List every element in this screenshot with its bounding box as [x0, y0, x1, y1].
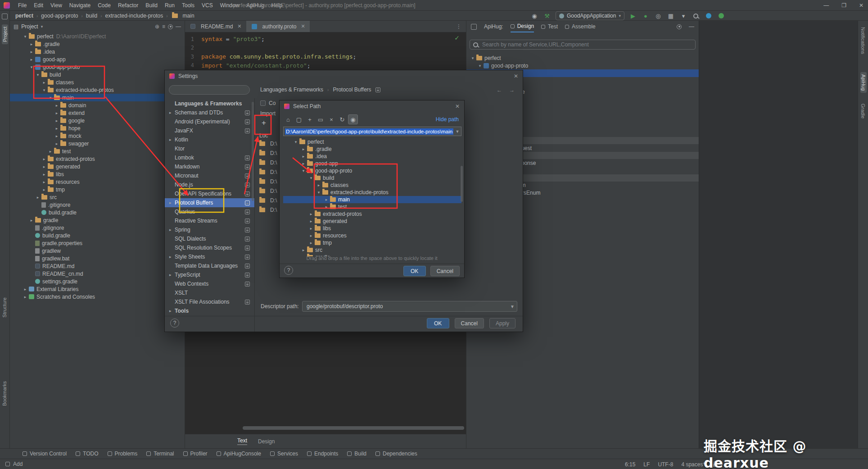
project-tree-item-classes[interactable]: ▸classes	[10, 78, 185, 86]
select-tree-scrollbar[interactable]	[461, 166, 463, 202]
tab-options-icon[interactable]: ⋮	[456, 23, 466, 30]
select-path-ok-button[interactable]: OK	[403, 266, 426, 276]
settings-item-sql-dialects[interactable]: SQL Dialects	[165, 234, 254, 243]
project-tree-item-perfect[interactable]: ▾perfectD:\Aaron\IDE\perfect	[10, 32, 185, 40]
menu-refactor[interactable]: Refactor	[114, 1, 142, 9]
select-tree-item-libs[interactable]: ▸libs	[283, 225, 461, 232]
project-tree-item-gradle[interactable]: ▸gradle	[10, 216, 185, 224]
close-icon[interactable]: ✕	[514, 73, 518, 79]
project-tree-item-resources[interactable]: ▸resources	[10, 178, 185, 186]
settings-item-openapi-specifications[interactable]: OpenAPI Specifications	[165, 189, 254, 198]
settings-item-schemas-and-dtds[interactable]: ▸Schemas and DTDs	[165, 108, 254, 117]
status-utf-8[interactable]: UTF-8	[658, 461, 673, 468]
tool-stripe-project[interactable]: Project	[2, 24, 8, 44]
settings-item-markdown[interactable]: Markdown	[165, 162, 254, 171]
project-tree-item-domain[interactable]: ▸domain	[10, 101, 185, 109]
settings-item-spring[interactable]: ▸Spring	[165, 225, 254, 234]
project-tree-item-gitignore[interactable]: .gitignore	[10, 201, 185, 209]
menu-build[interactable]: Build	[142, 1, 161, 9]
search-everywhere-icon[interactable]	[692, 12, 700, 20]
select-tree-item-perfect[interactable]: ▾perfect	[283, 138, 461, 146]
select-tree-item-resources[interactable]: ▸resources	[283, 232, 461, 239]
more-run-actions-icon[interactable]: ▾	[679, 12, 687, 20]
toolwindow-todo[interactable]: TODO	[71, 449, 103, 459]
help-button[interactable]: ?	[170, 319, 179, 328]
refresh-icon[interactable]: ↻	[337, 114, 347, 124]
breadcrumb-build[interactable]: build	[86, 13, 97, 19]
project-tree-item-readme-cn-md[interactable]: README_cn.md	[10, 270, 185, 278]
project-tree-item-google[interactable]: ▸google	[10, 117, 185, 124]
select-tree-item-main[interactable]: ▸main	[283, 196, 461, 203]
tool-stripe-structure[interactable]: Structure	[2, 297, 7, 318]
menu-run[interactable]: Run	[161, 1, 178, 9]
import-path-row[interactable]: D:\	[258, 177, 277, 186]
toolwindow-apihugconsole[interactable]: ApiHugConsole	[212, 449, 266, 459]
minimize-button[interactable]: —	[823, 2, 829, 9]
select-opened-file-icon[interactable]: ⊕	[155, 23, 159, 30]
checkbox-icon[interactable]	[260, 100, 266, 106]
settings-item-xslt[interactable]: XSLT	[165, 288, 254, 297]
tab-authority-proto[interactable]: authority.proto ✕	[246, 21, 310, 32]
project-stripe-icon[interactable]	[2, 14, 8, 19]
folder-icon[interactable]: ▭	[316, 114, 326, 124]
coverage-icon[interactable]: ◎	[654, 12, 662, 20]
project-tree-item-good-app[interactable]: ▸good-app	[10, 55, 185, 63]
tab-readme-md[interactable]: README.md ✕	[185, 21, 246, 32]
select-tree-item-generated[interactable]: ▸generated	[283, 218, 461, 225]
select-tree-item-build[interactable]: ▾build	[283, 174, 461, 182]
collapse-all-icon[interactable]: ≡	[162, 23, 165, 30]
horizontal-scrollbar[interactable]	[243, 426, 464, 430]
project-tree-item-src[interactable]: ▸src	[10, 193, 185, 201]
status-lf[interactable]: LF	[643, 461, 650, 468]
chevron-down-icon[interactable]: ▾	[41, 24, 43, 29]
project-tree-item-gradle-properties[interactable]: gradle.properties	[10, 239, 185, 247]
import-path-row[interactable]: D:\	[258, 158, 277, 167]
settings-item-xslt-file-associations[interactable]: XSLT File Associations	[165, 297, 254, 306]
settings-item-micronaut[interactable]: Micronaut	[165, 171, 254, 180]
settings-gear-icon[interactable]	[168, 24, 173, 29]
path-input[interactable]: D:\Aaron\IDE\perfect\good-app-proto\buil…	[283, 127, 461, 136]
toolwindow-dependencies[interactable]: Dependencies	[371, 449, 422, 459]
project-tree-item-swagger[interactable]: ▸swagger	[10, 140, 185, 147]
project-tree-item-settings-gradle[interactable]: settings.gradle	[10, 278, 185, 285]
home-icon[interactable]: ⌂	[283, 114, 293, 124]
close-button[interactable]: ✕	[859, 2, 863, 9]
run-configuration-select[interactable]: GoodAppApplication ▾	[556, 11, 624, 20]
project-tree-item-external-libraries[interactable]: ▸External Libraries	[10, 285, 185, 293]
import-path-row[interactable]: D:\	[258, 186, 277, 196]
descriptor-path-select[interactable]: google/protobuf/descriptor.proto ▼	[302, 301, 517, 312]
menu-edit[interactable]: Edit	[30, 1, 47, 9]
select-tree-item-good-app-proto[interactable]: ▾good-app-proto	[283, 167, 461, 174]
profiler-icon[interactable]: ▦	[667, 12, 675, 20]
project-tree-item-good-app-proto[interactable]: ▾good-app-proto	[10, 63, 185, 71]
settings-cancel-button[interactable]: Cancel	[455, 318, 484, 328]
apihug-tree-module[interactable]: ▾ good-app-proto	[466, 62, 699, 69]
toolwindow-services[interactable]: Services	[266, 449, 303, 459]
toolwindow-profiler[interactable]: Profiler	[179, 449, 212, 459]
desktop-icon[interactable]: ▢	[294, 114, 304, 124]
settings-nav-arrows[interactable]: ←→	[497, 87, 515, 93]
apihug-search[interactable]	[470, 40, 696, 50]
tab-test[interactable]: Test	[541, 21, 558, 32]
project-tree-item-tmp[interactable]: ▸tmp	[10, 186, 185, 193]
settings-list-scrollbar[interactable]	[252, 102, 254, 201]
breadcrumb-good-app-proto[interactable]: good-app-proto	[41, 13, 78, 19]
settings-checkbox-row[interactable]: Co	[260, 100, 276, 106]
project-tree-item-scratches-and-consoles[interactable]: ▸Scratches and Consoles	[10, 293, 185, 301]
toolwindow-version-control[interactable]: Version Control	[18, 449, 71, 459]
breadcrumb-main[interactable]: main	[183, 13, 194, 19]
project-tree-item-readme-md[interactable]: README.md	[10, 262, 185, 270]
hide-path-link[interactable]: Hide path	[436, 116, 459, 123]
settings-item-protocol-buffers[interactable]: ▸Protocol Buffers	[165, 198, 254, 207]
settings-item-node-js[interactable]: Node.js	[165, 180, 254, 189]
close-icon[interactable]: ✕	[301, 23, 305, 29]
close-icon[interactable]: ✕	[455, 103, 460, 109]
settings-item-ktor[interactable]: Ktor	[165, 144, 254, 153]
select-tree-item-tmp[interactable]: ▸tmp	[283, 239, 461, 246]
status-6-15[interactable]: 6:15	[625, 461, 635, 468]
breadcrumb-perfect[interactable]: perfect	[15, 13, 33, 19]
project-tree-item-gradle[interactable]: ▸.gradle	[10, 40, 185, 48]
settings-item-lombok[interactable]: Lombok	[165, 153, 254, 162]
tab-design[interactable]: Design	[258, 438, 275, 445]
delete-icon[interactable]: ×	[326, 114, 336, 124]
